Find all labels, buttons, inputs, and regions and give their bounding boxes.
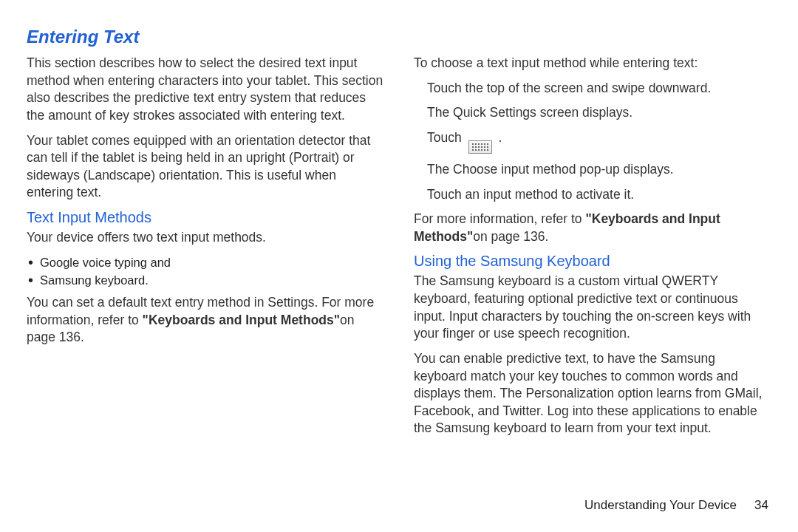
keyboard-icon-grid: [472, 143, 488, 151]
crossref-bold: "Keyboards and Input Methods": [143, 313, 340, 327]
offers-paragraph: Your device offers two text input method…: [27, 229, 384, 247]
default-method-paragraph: You can set a default text entry method …: [27, 294, 384, 347]
step-text: Touch an input method to activate it.: [427, 186, 771, 204]
samsung-kb-paragraph-2: You can enable predictive text, to have …: [414, 350, 771, 437]
footer-section: Understanding Your Device: [584, 498, 737, 512]
left-column: This section describes how to select the…: [27, 55, 384, 445]
document-page: Entering Text This section describes how…: [0, 0, 798, 532]
list-item: Samsung keyboard.: [27, 272, 384, 288]
intro-paragraph: This section describes how to select the…: [27, 55, 384, 125]
list-item: Google voice typing and: [27, 254, 384, 270]
text-segment: on page 136.: [473, 229, 548, 244]
step-result: The Quick Settings screen displays.: [427, 104, 771, 122]
steps-block: Touch the top of the screen and swipe do…: [414, 80, 771, 204]
text-segment: For more information, refer to: [414, 211, 585, 226]
text-segment: Touch: [427, 130, 466, 145]
orientation-paragraph: Your tablet comes equipped with an orien…: [27, 132, 384, 202]
right-column: To choose a text input method while ente…: [414, 55, 771, 445]
step-result: The Choose input method pop-up displays.: [427, 161, 771, 179]
keyboard-icon: [468, 140, 492, 154]
footer-page-number: 34: [754, 498, 768, 512]
subheading-samsung-keyboard: Using the Samsung Keyboard: [414, 253, 771, 270]
samsung-kb-paragraph-1: The Samsung keyboard is a custom virtual…: [414, 273, 771, 343]
step-text: Touch .: [427, 129, 771, 154]
columns: This section describes how to select the…: [27, 55, 771, 445]
step-text: Touch the top of the screen and swipe do…: [427, 80, 771, 98]
more-info-paragraph: For more information, refer to "Keyboard…: [414, 211, 771, 245]
text-segment: .: [498, 130, 502, 145]
page-title: Entering Text: [27, 27, 771, 47]
subheading-text-input-methods: Text Input Methods: [27, 209, 384, 226]
methods-list: Google voice typing and Samsung keyboard…: [27, 254, 384, 289]
choose-intro: To choose a text input method while ente…: [414, 55, 771, 72]
page-footer: Understanding Your Device34: [584, 498, 768, 513]
